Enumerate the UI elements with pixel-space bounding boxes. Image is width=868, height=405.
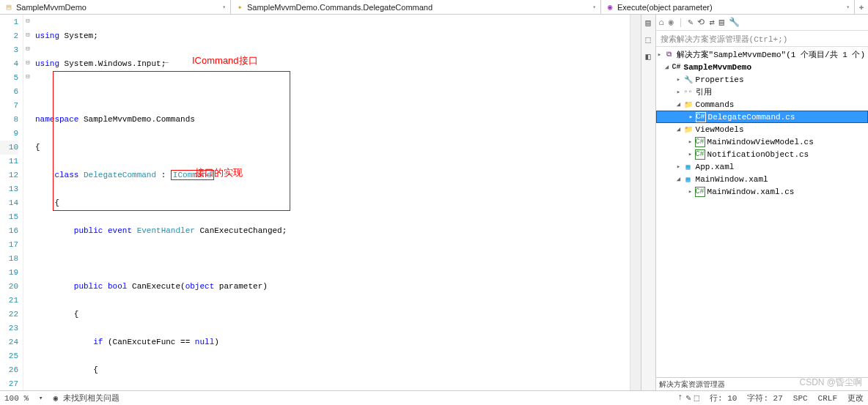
se-tree[interactable]: ▸⧉解决方案"SampleMvvmDemo"(1 个项目/共 1 个) ◢C#S…: [656, 47, 868, 377]
csharp-icon: C#: [695, 187, 705, 197]
tool-icon[interactable]: ⇄: [709, 17, 714, 28]
status-bar: 100 % ▾ ◉ 未找到相关问题 ↑✎⬚ 行: 10 字符: 27 SPC C…: [0, 390, 868, 405]
nav-scope[interactable]: ▤ SampleMvvmDemo ▾: [0, 0, 231, 14]
editor-pane: 1234567891011121314151617181920212223242…: [0, 15, 641, 390]
folder-icon: 📁: [683, 125, 694, 135]
csharp-icon: C#: [696, 112, 706, 122]
sb-line[interactable]: 行: 10: [710, 393, 737, 404]
tree-mw[interactable]: MainWindow.xaml: [696, 175, 768, 184]
tree-project[interactable]: SampleMvvmDemo: [684, 63, 751, 72]
tree-app[interactable]: App.xaml: [696, 163, 735, 171]
sb-change[interactable]: 更改: [847, 393, 864, 404]
method-icon: ◉: [606, 3, 614, 12]
chevron-down-icon: ▾: [592, 4, 596, 10]
solution-explorer: ⌂ ◉ | ✎ ⟲ ⇄ ▤ 🔧 搜索解决方案资源管理器(Ctrl+;) ▸⧉解决…: [656, 15, 868, 390]
sb-crlf[interactable]: CRLF: [818, 394, 837, 403]
rail-icon[interactable]: ▤: [645, 18, 650, 29]
tool-icon[interactable]: ⟲: [697, 17, 705, 28]
side-panel: ▤ ⬚ ◧ ⌂ ◉ | ✎ ⟲ ⇄ ▤ 🔧 搜索解决方案资源管理器(Ctrl+;…: [641, 15, 868, 390]
xaml-icon: ▦: [683, 162, 694, 172]
sb-icon[interactable]: ↑: [677, 393, 683, 404]
tree-mwcs[interactable]: MainWindow.xaml.cs: [707, 187, 795, 196]
folder-icon: 📁: [683, 100, 694, 110]
scrollbar-v[interactable]: [630, 15, 641, 390]
tool-icon[interactable]: ▤: [719, 17, 724, 28]
nav-class[interactable]: ✦ SampleMvvmDemo.Commands.DelegateComman…: [231, 0, 601, 14]
se-search[interactable]: 搜索解决方案资源管理器(Ctrl+;): [656, 31, 868, 47]
tree-props[interactable]: Properties: [696, 75, 744, 84]
rail-icon[interactable]: ⬚: [645, 34, 650, 45]
activity-rail[interactable]: ▤ ⬚ ◧: [641, 15, 656, 390]
tool-icon[interactable]: ◉: [669, 17, 674, 28]
tree-notif[interactable]: NotificationObject.cs: [707, 150, 809, 159]
nav-scope-text: SampleMvvmDemo: [16, 3, 87, 12]
tool-icon[interactable]: ✎: [688, 17, 693, 28]
csharp-icon: C#: [695, 137, 705, 147]
sb-spc[interactable]: SPC: [793, 394, 808, 403]
references-icon: ▫▫: [683, 87, 694, 97]
nav-member-text: Execute(object parameter): [617, 3, 713, 12]
file-icon: ▤: [4, 3, 13, 12]
nav-class-text: SampleMvvmDemo.Commands.DelegateCommand: [247, 3, 433, 12]
chevron-down-icon: ▾: [222, 4, 226, 10]
csharp-icon: C#: [695, 149, 705, 160]
se-toolbar[interactable]: ⌂ ◉ | ✎ ⟲ ⇄ ▤ 🔧: [656, 15, 868, 31]
home-icon[interactable]: ⌂: [659, 18, 664, 28]
xaml-icon: ▦: [683, 174, 694, 185]
chevron-down-icon: ▾: [846, 4, 850, 10]
nav-bar: ▤ SampleMvvmDemo ▾ ✦ SampleMvvmDemo.Comm…: [0, 0, 868, 15]
fold-gutter[interactable]: ⊟⊟⊟⊟⊟: [23, 15, 32, 390]
tree-mwvm[interactable]: MainWindowViewModel.cs: [707, 138, 814, 146]
sb-col[interactable]: 字符: 27: [747, 393, 782, 404]
wrench-icon: 🔧: [683, 75, 694, 85]
sb-zoom[interactable]: 100 %: [4, 394, 29, 403]
tree-delegate-row[interactable]: ▸C#DelegateCommand.cs: [656, 111, 868, 123]
tree-delegate: DelegateCommand.cs: [708, 113, 795, 122]
solution-icon: ⧉: [664, 50, 674, 60]
wrench-icon[interactable]: 🔧: [729, 17, 740, 28]
tree-viewmodels[interactable]: ViewModels: [696, 125, 744, 134]
main-area: 1234567891011121314151617181920212223242…: [0, 15, 868, 390]
line-gutter: 1234567891011121314151617181920212223242…: [0, 15, 23, 390]
class-icon: ✦: [235, 3, 244, 12]
sb-issues[interactable]: ◉ 未找到相关问题: [53, 393, 119, 404]
project-icon: C#: [672, 62, 682, 73]
tree-solution[interactable]: 解决方案"SampleMvvmDemo"(1 个项目/共 1 个): [677, 49, 865, 60]
editor[interactable]: 1234567891011121314151617181920212223242…: [0, 15, 641, 390]
rail-icon[interactable]: ◧: [645, 51, 650, 62]
tree-refs[interactable]: 引用: [696, 86, 712, 97]
sb-icon[interactable]: ⬚: [694, 393, 699, 404]
watermark: CSDN @昏尘啊: [799, 376, 862, 389]
code-area[interactable]: using System; using System.Windows.Input…: [32, 15, 630, 390]
nav-member[interactable]: ◉ Execute(object parameter) ▾: [601, 0, 855, 14]
split-icon[interactable]: ✚: [855, 0, 868, 14]
sb-icon[interactable]: ✎: [686, 393, 691, 404]
tree-commands[interactable]: Commands: [696, 100, 735, 109]
